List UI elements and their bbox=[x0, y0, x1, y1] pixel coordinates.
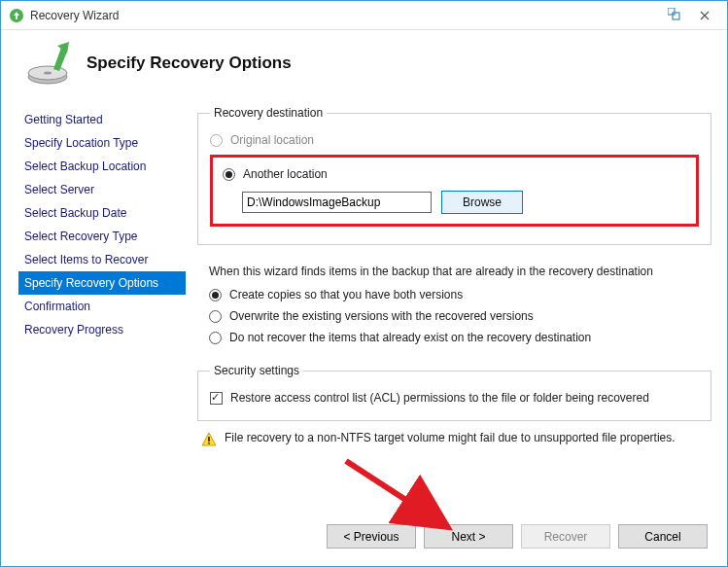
radio-original-location: Original location bbox=[210, 129, 699, 151]
recovery-icon bbox=[24, 40, 71, 87]
warning-icon bbox=[201, 432, 217, 447]
close-icon[interactable] bbox=[690, 1, 719, 30]
checkbox-label: Restore access control list (ACL) permis… bbox=[230, 391, 649, 405]
radio-icon bbox=[209, 310, 222, 323]
titlebar: Recovery Wizard bbox=[1, 1, 727, 30]
sidebar-item-items-to-recover[interactable]: Select Items to Recover bbox=[18, 248, 186, 271]
radio-label: Do not recover the items that already ex… bbox=[229, 331, 591, 344]
sidebar-item-select-server[interactable]: Select Server bbox=[18, 178, 186, 201]
radio-label: Original location bbox=[230, 133, 314, 147]
ntfs-warning: File recovery to a non-NTFS target volum… bbox=[197, 431, 711, 447]
sidebar-item-backup-location[interactable]: Select Backup Location bbox=[18, 155, 186, 178]
recover-button: Recover bbox=[521, 524, 610, 549]
recovery-path-input[interactable] bbox=[242, 192, 432, 213]
radio-label: Another location bbox=[243, 167, 328, 181]
radio-overwrite[interactable]: Overwrite the existing versions with the… bbox=[209, 305, 700, 327]
radio-create-copies[interactable]: Create copies so that you have both vers… bbox=[209, 284, 700, 305]
radio-label: Create copies so that you have both vers… bbox=[229, 288, 463, 301]
radio-label: Overwrite the existing versions with the… bbox=[229, 309, 534, 323]
next-button[interactable]: Next > bbox=[424, 524, 513, 549]
recovery-destination-legend: Recovery destination bbox=[210, 106, 327, 120]
wizard-footer: < Previous Next > Recover Cancel bbox=[1, 511, 727, 566]
browse-button[interactable]: Browse bbox=[441, 191, 523, 214]
radio-icon bbox=[209, 289, 222, 301]
security-legend: Security settings bbox=[210, 364, 303, 377]
sidebar-item-recovery-type[interactable]: Select Recovery Type bbox=[18, 225, 186, 248]
recovery-destination-group: Recovery destination Original location A… bbox=[197, 106, 711, 245]
recovery-wizard-window: Recovery Wizard Specify Recovery Options… bbox=[0, 0, 728, 567]
cancel-button[interactable]: Cancel bbox=[618, 524, 708, 549]
another-location-highlight: Another location Browse bbox=[210, 155, 699, 227]
checkbox-restore-acl[interactable]: Restore access control list (ACL) permis… bbox=[210, 387, 699, 408]
radio-icon bbox=[210, 134, 223, 147]
checkbox-icon bbox=[210, 392, 223, 405]
warning-text: File recovery to a non-NTFS target volum… bbox=[225, 431, 676, 444]
svg-rect-6 bbox=[208, 437, 210, 442]
titlebar-title: Recovery Wizard bbox=[30, 9, 119, 22]
radio-icon bbox=[209, 332, 222, 344]
radio-another-location[interactable]: Another location bbox=[223, 163, 686, 185]
svg-point-5 bbox=[44, 72, 52, 75]
wizard-main: Recovery destination Original location A… bbox=[186, 102, 711, 511]
wizard-titlebar-icon bbox=[9, 8, 24, 23]
conflict-group: When this wizard finds items in the back… bbox=[197, 255, 711, 354]
titlebar-help-icon[interactable] bbox=[661, 1, 690, 30]
svg-rect-7 bbox=[208, 443, 210, 444]
radio-icon bbox=[223, 168, 235, 181]
wizard-header: Specify Recovery Options bbox=[1, 30, 727, 102]
sidebar-item-backup-date[interactable]: Select Backup Date bbox=[18, 201, 186, 225]
page-title: Specify Recovery Options bbox=[87, 53, 292, 73]
svg-rect-2 bbox=[673, 13, 679, 19]
conflict-heading: When this wizard finds items in the back… bbox=[209, 261, 700, 284]
sidebar-item-getting-started[interactable]: Getting Started bbox=[18, 108, 186, 131]
wizard-sidebar: Getting Started Specify Location Type Se… bbox=[17, 102, 186, 511]
sidebar-item-recovery-options[interactable]: Specify Recovery Options bbox=[18, 271, 186, 295]
sidebar-item-location-type[interactable]: Specify Location Type bbox=[18, 131, 186, 155]
sidebar-item-confirmation[interactable]: Confirmation bbox=[18, 295, 186, 318]
radio-do-not-recover[interactable]: Do not recover the items that already ex… bbox=[209, 327, 700, 348]
sidebar-item-recovery-progress[interactable]: Recovery Progress bbox=[18, 318, 186, 341]
previous-button[interactable]: < Previous bbox=[327, 524, 416, 549]
security-settings-group: Security settings Restore access control… bbox=[197, 364, 711, 421]
svg-rect-1 bbox=[668, 8, 675, 15]
